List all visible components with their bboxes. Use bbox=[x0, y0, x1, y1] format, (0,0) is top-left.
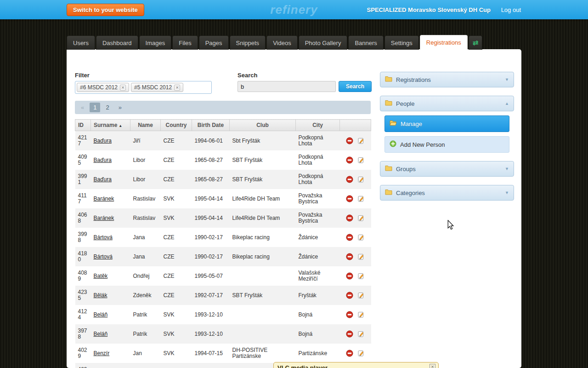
table-header-row: ID Surname▲ Name Country Birth Date Club… bbox=[75, 120, 371, 131]
edit-icon[interactable] bbox=[357, 234, 365, 241]
remove-icon[interactable] bbox=[346, 137, 353, 144]
sidebar-section-groups[interactable]: Groups ▼ bbox=[380, 161, 514, 177]
pagination-next[interactable]: » bbox=[115, 103, 125, 112]
table-row: 3998 Bártová Jana CZE 1990-02-17 Bikepla… bbox=[75, 228, 371, 247]
tab-users[interactable]: Users bbox=[67, 35, 95, 50]
sidebar-section-registrations[interactable]: Registrations ▼ bbox=[380, 72, 514, 87]
search-label: Search bbox=[237, 72, 372, 79]
column-header-country[interactable]: Country bbox=[161, 120, 192, 131]
cell-country: CZE bbox=[161, 131, 192, 151]
column-header-birth-date[interactable]: Birth Date bbox=[192, 120, 230, 131]
remove-icon[interactable] bbox=[346, 311, 353, 318]
cell-id: 4089 bbox=[75, 266, 91, 286]
cell-city: Považska Bystrica bbox=[296, 189, 340, 208]
tab-banners[interactable]: Banners bbox=[348, 35, 383, 50]
cell-id: 4117 bbox=[75, 189, 91, 208]
surname-link[interactable]: Batěk bbox=[94, 273, 108, 279]
tab-settings[interactable]: Settings bbox=[384, 35, 419, 50]
cell-birth-date: 1965-08-27 bbox=[192, 170, 230, 189]
cell-city: Ždánice bbox=[296, 228, 340, 247]
remove-icon[interactable] bbox=[346, 156, 353, 164]
vlc-popup: VLC media player × bbox=[273, 362, 439, 368]
tab-files[interactable]: Files bbox=[172, 35, 198, 50]
tab-dashboard[interactable]: Dashboard bbox=[96, 35, 138, 50]
remove-icon[interactable] bbox=[346, 195, 353, 202]
tab-registrations[interactable]: Registrations bbox=[420, 35, 468, 50]
cell-surname: Bíly bbox=[91, 363, 130, 368]
surname-link[interactable]: Baďura bbox=[94, 157, 112, 163]
vlc-popup-title: VLC media player bbox=[277, 364, 328, 368]
search-block: Search Search bbox=[237, 72, 372, 92]
cell-country: CZE bbox=[161, 247, 192, 266]
column-header-city[interactable]: City bbox=[296, 120, 340, 131]
pagination-page-1[interactable]: 1 bbox=[90, 103, 100, 112]
remove-icon[interactable] bbox=[346, 292, 353, 299]
column-header-id[interactable]: ID bbox=[75, 120, 91, 131]
surname-link[interactable]: Bártová bbox=[94, 234, 113, 241]
edit-icon[interactable] bbox=[357, 156, 365, 164]
surname-link[interactable]: Baďura bbox=[94, 138, 112, 144]
cell-id: 4124 bbox=[75, 305, 91, 324]
remove-icon[interactable] bbox=[346, 253, 353, 260]
remove-token-icon[interactable]: × bbox=[120, 85, 126, 91]
tab-snippets[interactable]: Snippets bbox=[230, 35, 266, 50]
surname-link[interactable]: Bártová bbox=[94, 253, 113, 260]
pagination-page-2[interactable]: 2 bbox=[102, 103, 113, 112]
sidebar-item-manage[interactable]: Manage bbox=[384, 115, 509, 132]
remove-icon[interactable] bbox=[346, 176, 353, 183]
tab-pages[interactable]: Pages bbox=[199, 35, 229, 50]
cell-name: Jana bbox=[130, 228, 161, 247]
surname-link[interactable]: Benzír bbox=[94, 350, 110, 356]
tab-reorder-icon[interactable]: ⇄ bbox=[469, 35, 483, 50]
surname-link[interactable]: Beláň bbox=[94, 311, 108, 318]
edit-icon[interactable] bbox=[357, 195, 365, 202]
cell-actions bbox=[340, 189, 371, 208]
remove-token-icon[interactable]: × bbox=[174, 85, 180, 91]
edit-icon[interactable] bbox=[357, 176, 365, 183]
edit-icon[interactable] bbox=[357, 137, 365, 144]
edit-icon[interactable] bbox=[357, 292, 365, 299]
sidebar-section-categories[interactable]: Categories ▼ bbox=[380, 185, 514, 201]
table-row: 4180 Bártová Jana CZE 1990-02-17 Bikepla… bbox=[75, 247, 371, 266]
cell-club bbox=[230, 266, 296, 286]
column-header-name[interactable]: Name bbox=[130, 120, 161, 131]
cell-id: 4029 bbox=[75, 344, 91, 363]
column-header-surname[interactable]: Surname▲ bbox=[91, 120, 130, 131]
sidebar-item-add-new-person[interactable]: Add New Person bbox=[384, 136, 509, 153]
sidebar-section-people[interactable]: People ▲ bbox=[380, 96, 514, 111]
cell-city: Bojná bbox=[296, 305, 340, 324]
remove-icon[interactable] bbox=[346, 214, 353, 222]
tab-photo-gallery[interactable]: Photo Gallery bbox=[299, 35, 348, 50]
cell-birth-date: 1993-07-23 bbox=[192, 363, 230, 368]
surname-link[interactable]: Baránek bbox=[94, 215, 114, 221]
cell-city: Ždánice bbox=[296, 247, 340, 266]
remove-icon[interactable] bbox=[346, 234, 353, 241]
remove-icon[interactable] bbox=[346, 330, 353, 338]
surname-link[interactable]: Beláň bbox=[94, 331, 108, 337]
remove-icon[interactable] bbox=[346, 272, 353, 280]
edit-icon[interactable] bbox=[357, 214, 365, 222]
remove-icon[interactable] bbox=[346, 350, 353, 357]
edit-icon[interactable] bbox=[357, 311, 365, 318]
sidebar-item-label: Add New Person bbox=[400, 141, 445, 148]
search-button[interactable]: Search bbox=[339, 81, 372, 92]
edit-icon[interactable] bbox=[357, 272, 365, 280]
cell-country: CZE bbox=[161, 228, 192, 247]
logout-link[interactable]: Log out bbox=[501, 6, 521, 13]
tab-videos[interactable]: Videos bbox=[266, 35, 298, 50]
search-input[interactable] bbox=[237, 81, 336, 92]
edit-icon[interactable] bbox=[357, 253, 365, 260]
cell-actions bbox=[340, 208, 371, 228]
cell-actions bbox=[340, 131, 371, 151]
column-header-club[interactable]: Club bbox=[230, 120, 296, 131]
edit-icon[interactable] bbox=[357, 350, 365, 357]
surname-link[interactable]: Baránek bbox=[94, 196, 114, 202]
close-icon[interactable]: × bbox=[430, 364, 435, 368]
surname-link[interactable]: Baďura bbox=[94, 176, 112, 183]
cell-country: SVK bbox=[161, 189, 192, 208]
tab-images[interactable]: Images bbox=[139, 35, 172, 50]
edit-icon[interactable] bbox=[357, 330, 365, 338]
cell-birth-date: 1995-04-14 bbox=[192, 208, 230, 228]
surname-link[interactable]: Bělák bbox=[94, 292, 107, 299]
filter-token-box[interactable]: #6 MSDC 2012 × #5 MSDC 2012 × bbox=[75, 81, 212, 94]
